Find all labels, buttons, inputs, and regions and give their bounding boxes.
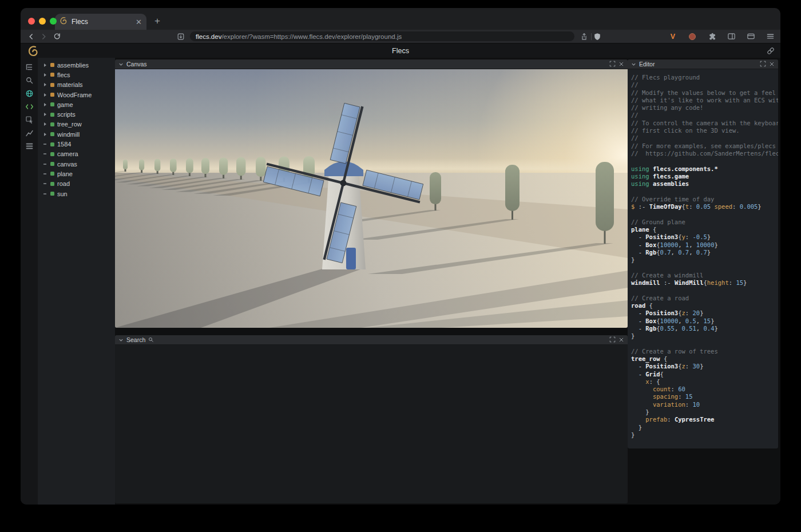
entity-kind-icon [50, 113, 54, 117]
url-path: /explorer/?wasm=https://www.flecs.dev/ex… [221, 33, 402, 40]
leaf-dash-icon [43, 153, 46, 154]
tree-item-game[interactable]: game [38, 100, 115, 109]
tree-item-scripts[interactable]: scripts [38, 109, 115, 119]
back-button[interactable] [26, 32, 35, 41]
flecs-logo-icon [27, 45, 39, 59]
tree-item-1584[interactable]: 1584 [38, 139, 115, 149]
expand-arrow-icon[interactable] [44, 113, 46, 116]
url-domain: flecs.dev [196, 33, 221, 40]
fullscreen-icon[interactable] [609, 335, 616, 345]
tree-item-label: assemblies [57, 62, 89, 69]
code-view-icon[interactable] [21, 100, 38, 113]
canvas-panel: Canvas [115, 59, 628, 328]
close-icon[interactable] [618, 335, 624, 345]
tree-item-materials[interactable]: materials [38, 80, 115, 90]
world-view-icon[interactable] [21, 87, 38, 100]
expand-arrow-icon[interactable] [44, 133, 46, 136]
tree-item-label: materials [57, 81, 83, 88]
tree-item-canvas[interactable]: canvas [38, 159, 115, 169]
tree-item-road[interactable]: road [38, 179, 115, 189]
tree-item-windmill[interactable]: windmill [38, 129, 115, 139]
expand-arrow-icon[interactable] [44, 83, 46, 86]
tree-item-WoodFrame[interactable]: WoodFrame [38, 90, 115, 100]
tree-item-camera[interactable]: camera [38, 149, 115, 159]
traffic-maximize[interactable] [50, 18, 57, 25]
browser-tab[interactable]: Flecs ✕ [55, 14, 146, 30]
chevron-down-icon[interactable] [118, 335, 124, 345]
tab-close-icon[interactable]: ✕ [136, 18, 142, 26]
close-icon[interactable] [618, 59, 624, 69]
tree-item-label: camera [57, 150, 78, 157]
entity-tree: assembliesflecsmaterialsWoodFramegamescr… [38, 58, 115, 505]
extensions-puzzle-icon[interactable] [707, 32, 716, 41]
entity-kind-icon [50, 83, 54, 87]
tree-item-assemblies[interactable]: assemblies [38, 60, 115, 70]
fullscreen-icon[interactable] [760, 59, 766, 69]
chevron-down-icon[interactable] [631, 59, 636, 69]
reload-button[interactable] [53, 32, 62, 41]
traffic-minimize[interactable] [39, 18, 46, 25]
share-link-icon[interactable] [767, 47, 775, 57]
editor-panel-header[interactable]: Editor [628, 59, 778, 69]
stats-view-icon[interactable] [21, 126, 38, 140]
shield-icon[interactable] [593, 32, 602, 41]
windmill-door [346, 248, 356, 269]
expand-arrow-icon[interactable] [44, 73, 46, 77]
traffic-lights [28, 18, 57, 25]
tree-item-tree_row[interactable]: tree_row [38, 120, 115, 129]
app-header: Flecs [21, 43, 780, 58]
navigation-bar: flecs.dev/explorer/?wasm=https://www.fle… [21, 30, 780, 43]
leaf-dash-icon [43, 164, 46, 165]
share-icon[interactable] [580, 32, 589, 41]
tree-item-flecs[interactable]: flecs [38, 70, 115, 80]
chevron-down-icon[interactable] [118, 59, 124, 69]
logs-view-icon[interactable] [21, 140, 38, 153]
sun-glow [115, 69, 628, 173]
entity-kind-icon [50, 192, 54, 196]
view-icon-strip [21, 58, 38, 505]
canvas-panel-title: Canvas [126, 61, 147, 68]
entity-kind-icon [50, 102, 54, 106]
editor-code[interactable]: // Flecs playground//// Modify the value… [628, 69, 778, 439]
search-panel-header[interactable]: Search [115, 335, 628, 345]
traffic-close[interactable] [28, 18, 35, 25]
tree-item-label: WoodFrame [57, 92, 92, 98]
entity-kind-icon [50, 162, 54, 166]
entity-kind-icon [50, 152, 54, 156]
tab-strip: Flecs ✕ + [21, 8, 780, 30]
canvas-3d-view[interactable] [115, 69, 628, 328]
entity-kind-icon [50, 122, 54, 126]
menu-icon[interactable] [766, 32, 775, 41]
inspect-view-icon[interactable] [21, 113, 38, 126]
search-view-icon[interactable] [21, 74, 38, 87]
tree-item-label: road [57, 180, 70, 187]
close-icon[interactable] [769, 59, 775, 69]
tree-item-sun[interactable]: sun [38, 189, 115, 198]
leaf-dash-icon [43, 193, 46, 194]
bookmark-icon[interactable] [176, 32, 185, 41]
extension-dot-icon[interactable] [688, 32, 697, 41]
tree-item-label: game [57, 101, 73, 108]
canvas-panel-header[interactable]: Canvas [115, 59, 628, 69]
entity-kind-icon [50, 182, 54, 186]
wallet-icon[interactable] [746, 32, 755, 41]
tree-item-plane[interactable]: plane [38, 169, 115, 178]
tree-item-label: 1584 [57, 141, 71, 148]
tree-item-label: tree_row [57, 121, 82, 128]
url-bar[interactable]: flecs.dev/explorer/?wasm=https://www.fle… [190, 31, 574, 41]
entity-tree-icon[interactable] [21, 61, 38, 74]
entity-kind-icon [50, 142, 54, 146]
editor-panel-title: Editor [639, 61, 655, 68]
expand-arrow-icon[interactable] [44, 103, 46, 106]
scene-sky [115, 69, 628, 173]
expand-arrow-icon[interactable] [44, 63, 46, 67]
side-panel-icon[interactable] [727, 32, 736, 41]
fullscreen-icon[interactable] [609, 59, 616, 69]
new-tab-button[interactable]: + [154, 16, 160, 26]
forward-button[interactable] [39, 32, 49, 41]
v-extension-icon[interactable]: V [668, 32, 677, 41]
expand-arrow-icon[interactable] [44, 93, 46, 97]
leaf-dash-icon [43, 144, 46, 145]
leaf-dash-icon [43, 183, 46, 184]
expand-arrow-icon[interactable] [44, 122, 46, 126]
